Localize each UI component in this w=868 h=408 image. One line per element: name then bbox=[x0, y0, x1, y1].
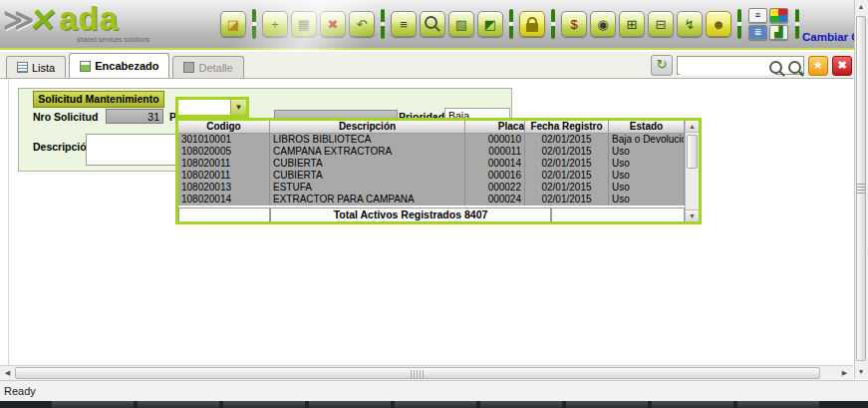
app-window: ≫ ✕ ada shared services solutions ◪+▦✖↶≡… bbox=[0, 0, 868, 408]
table-cell: 02/01/2015 bbox=[525, 182, 609, 194]
grid-total-label: Total Activos Registrados 8407 bbox=[270, 208, 551, 221]
nro-solicitud-label: Nro Solicitud bbox=[33, 111, 98, 123]
image-button[interactable]: ▨ bbox=[448, 11, 474, 37]
table-row[interactable]: 108020013ESTUFA00002202/01/2015Uso bbox=[178, 182, 685, 194]
search-input[interactable] bbox=[680, 58, 775, 75]
scroll-up-icon[interactable]: ▲ bbox=[855, 1, 867, 13]
color-modules-icon[interactable] bbox=[769, 8, 788, 23]
scroll-right-icon[interactable]: ▶ bbox=[838, 367, 851, 379]
tab-encabezado[interactable]: Encabezado bbox=[69, 53, 169, 78]
column-header[interactable]: Estado bbox=[609, 121, 685, 134]
advanced-search-icon[interactable] bbox=[788, 61, 801, 74]
documents-icon[interactable]: ≣ bbox=[748, 25, 767, 40]
favorite-button[interactable]: ★ bbox=[808, 56, 828, 76]
table-cell: Uso bbox=[609, 146, 685, 158]
table-row[interactable]: 108020014EXTRACTOR PARA CAMPANA00002402/… bbox=[178, 194, 685, 205]
footer-empty-cell bbox=[551, 208, 685, 221]
grid-scrollbar[interactable]: ▲ ▼ bbox=[685, 121, 699, 221]
lock-button[interactable] bbox=[519, 11, 545, 37]
column-header[interactable]: Codigo bbox=[178, 121, 270, 134]
logo-x-icon: ✕ bbox=[28, 4, 59, 36]
save-icon: ▦ bbox=[298, 18, 310, 31]
combo-dropdown-arrow-icon[interactable]: ▼ bbox=[230, 100, 246, 115]
taskbar-item[interactable] bbox=[52, 401, 134, 408]
tab-icon bbox=[183, 62, 194, 73]
table-cell: 000022 bbox=[465, 182, 525, 194]
money-button[interactable]: $ bbox=[561, 11, 587, 37]
placa-combo-input[interactable] bbox=[178, 100, 230, 115]
toolbar: ≫ ✕ ada shared services solutions ◪+▦✖↶≡… bbox=[0, 0, 868, 50]
scroll-down-icon[interactable]: ▼ bbox=[855, 366, 867, 378]
scroll-up-icon[interactable]: ▲ bbox=[686, 121, 699, 133]
tab-label: Detalle bbox=[198, 62, 232, 74]
content-area: Solicitud Mantenimiento Nro Solicitud 31… bbox=[0, 79, 855, 365]
table-cell: Uso bbox=[609, 182, 685, 194]
scroll-down-icon[interactable]: ▼ bbox=[686, 209, 699, 221]
modules-button[interactable]: ⊞ bbox=[619, 11, 645, 37]
table-cell: 000014 bbox=[465, 158, 525, 170]
users-button[interactable]: ☻ bbox=[706, 11, 731, 37]
table-row[interactable]: 108020005CAMPANA EXTRACTORA00001102/01/2… bbox=[178, 146, 685, 158]
modules-icon: ⊞ bbox=[627, 18, 638, 31]
grid-scroll-thumb[interactable] bbox=[687, 135, 698, 169]
cart-button[interactable]: ⊟ bbox=[648, 11, 674, 37]
table-cell: Uso bbox=[609, 194, 685, 205]
services-button[interactable]: ↯ bbox=[677, 11, 703, 37]
table-row[interactable]: 108020011CUBIERTA00001602/01/2015Uso bbox=[178, 170, 685, 182]
camera-icon: ◉ bbox=[597, 18, 608, 31]
table-cell: 108020014 bbox=[178, 194, 270, 205]
taskbar-item[interactable] bbox=[309, 401, 391, 408]
table-cell: Uso bbox=[609, 158, 685, 170]
taskbar-item[interactable] bbox=[737, 401, 819, 408]
taskbar-item[interactable] bbox=[223, 401, 305, 408]
column-header[interactable]: Placa bbox=[465, 121, 525, 134]
taskbar-item[interactable] bbox=[652, 401, 733, 408]
table-cell: Uso bbox=[609, 170, 685, 182]
table-cell: 108020011 bbox=[178, 158, 270, 170]
print-button[interactable]: ≡ bbox=[391, 11, 417, 37]
horizontal-scroll-thumb[interactable] bbox=[15, 367, 820, 379]
placa-combobox: ▼ bbox=[175, 97, 249, 118]
table-cell: 000010 bbox=[465, 134, 525, 146]
form-header-button[interactable]: Solicitud Mantenimiento bbox=[33, 91, 164, 108]
tab-icon bbox=[80, 61, 91, 72]
report-icon[interactable]: ≡ bbox=[748, 8, 767, 23]
open-folder-button[interactable]: ◪ bbox=[220, 11, 246, 37]
camera-button[interactable]: ◉ bbox=[590, 11, 616, 37]
chart-icon[interactable]: ▟ bbox=[769, 25, 788, 40]
tab-label: Encabezado bbox=[95, 60, 158, 72]
table-row[interactable]: 108020011CUBIERTA00001402/01/2015Uso bbox=[178, 158, 685, 170]
money-icon: $ bbox=[570, 18, 577, 31]
close-button[interactable]: ✖ bbox=[832, 56, 852, 76]
taskbar-item[interactable] bbox=[480, 401, 562, 408]
descripcion-label: Descripción bbox=[33, 141, 93, 153]
scroll-left-icon[interactable]: ◀ bbox=[1, 367, 14, 379]
taskbar-item[interactable] bbox=[138, 401, 219, 408]
new-record-button[interactable]: + bbox=[262, 11, 288, 37]
open-green-folder-button[interactable]: ◩ bbox=[477, 11, 503, 37]
delete-button[interactable]: ✖ bbox=[320, 11, 346, 37]
column-header[interactable]: Fecha Registro bbox=[525, 121, 609, 134]
tab-detalle[interactable]: Detalle bbox=[172, 56, 243, 78]
search-button[interactable] bbox=[420, 11, 445, 37]
save-button[interactable]: ▦ bbox=[291, 11, 317, 37]
table-cell: 000011 bbox=[465, 146, 525, 158]
tab-icon bbox=[17, 62, 28, 73]
refresh-button[interactable]: ↻ bbox=[651, 55, 673, 76]
undo-button[interactable]: ↶ bbox=[349, 11, 375, 37]
table-cell: ESTUFA bbox=[270, 182, 465, 194]
taskbar-strip bbox=[0, 401, 868, 408]
vertical-scroll-thumb[interactable] bbox=[856, 16, 866, 361]
horizontal-scrollbar[interactable]: ◀ ▶ bbox=[0, 365, 853, 380]
table-cell: 02/01/2015 bbox=[525, 158, 609, 170]
vertical-scrollbar[interactable]: ▲ ▼ bbox=[854, 0, 868, 379]
taskbar-item[interactable] bbox=[395, 401, 476, 408]
column-header[interactable]: Descripción bbox=[270, 121, 465, 134]
table-row[interactable]: 301010001LIBROS BIBLIOTECA00001002/01/20… bbox=[178, 134, 685, 146]
tabs: ListaEncabezadoDetalle bbox=[6, 53, 247, 78]
tab-lista[interactable]: Lista bbox=[6, 56, 66, 78]
logo-chevron-icon: ≫ bbox=[3, 5, 30, 35]
toolbar-separator bbox=[509, 9, 513, 39]
search-icon[interactable] bbox=[769, 61, 782, 74]
taskbar-item[interactable] bbox=[566, 401, 648, 408]
